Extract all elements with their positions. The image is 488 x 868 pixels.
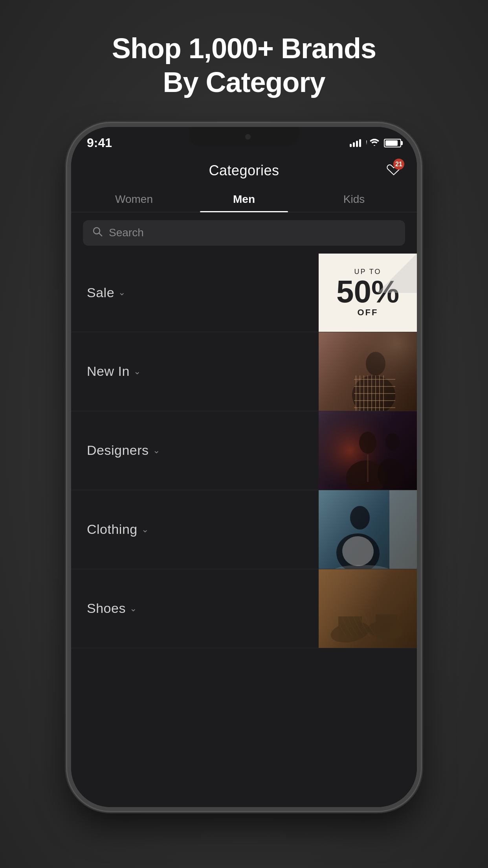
app-header: Categories 21 [71, 154, 417, 187]
chevron-down-icon-new-in: ⌄ [134, 366, 141, 377]
camera-dot [245, 134, 251, 140]
chevron-down-icon-clothing: ⌄ [141, 524, 149, 535]
chevron-down-icon-shoes: ⌄ [130, 603, 137, 614]
category-label-shoes: Shoes ⌄ [71, 569, 319, 648]
phone-screen: 9:41 ᵎ [71, 127, 417, 807]
tab-men[interactable]: Men [189, 187, 299, 212]
wifi-icon: ᵎ [366, 138, 379, 148]
header-title: Categories [209, 162, 279, 179]
shoes-image [319, 569, 417, 648]
status-icons: ᵎ [350, 138, 401, 148]
chevron-down-icon-designers: ⌄ [153, 445, 160, 456]
chevron-down-icon: ⌄ [118, 287, 125, 298]
category-label-clothing: Clothing ⌄ [71, 490, 319, 569]
tab-women[interactable]: Women [79, 187, 189, 212]
search-placeholder: Search [109, 226, 144, 239]
battery-icon [384, 139, 401, 147]
search-box[interactable]: Search [83, 220, 405, 246]
category-name-new-in: New In [87, 364, 130, 379]
category-label-designers: Designers ⌄ [71, 411, 319, 490]
category-item-new-in[interactable]: New In ⌄ [71, 332, 417, 411]
category-item-clothing[interactable]: Clothing ⌄ [71, 490, 417, 569]
sale-image: UP TO 50% OFF [319, 254, 417, 332]
page-title: Shop 1,000+ Brands By Category [112, 31, 376, 99]
category-name-clothing: Clothing [87, 522, 138, 537]
category-name-sale: Sale [87, 285, 114, 300]
category-label-new-in: New In ⌄ [71, 332, 319, 411]
designers-image [319, 411, 417, 490]
status-time: 9:41 [87, 136, 112, 150]
notch [189, 127, 299, 147]
wishlist-button[interactable]: 21 [386, 162, 401, 179]
sale-off-text: OFF [358, 307, 378, 318]
category-name-designers: Designers [87, 443, 149, 458]
search-container: Search [71, 212, 417, 254]
category-item-shoes[interactable]: Shoes ⌄ [71, 569, 417, 648]
new-in-image [319, 332, 417, 411]
svg-line-1 [99, 233, 102, 236]
app-content: Categories 21 Women Men [71, 154, 417, 807]
wishlist-badge: 21 [393, 158, 404, 169]
tab-kids[interactable]: Kids [299, 187, 409, 212]
category-item-designers[interactable]: Designers ⌄ [71, 411, 417, 490]
signal-bars-icon [350, 139, 361, 147]
category-label-sale: Sale ⌄ [71, 254, 319, 332]
clothing-image [319, 490, 417, 569]
search-icon [92, 226, 103, 239]
category-name-shoes: Shoes [87, 601, 126, 616]
tabs-bar: Women Men Kids [71, 187, 417, 212]
categories-list: Sale ⌄ UP TO 50% OFF [71, 254, 417, 807]
phone-shell: 9:41 ᵎ [67, 123, 421, 811]
category-item-sale[interactable]: Sale ⌄ UP TO 50% OFF [71, 254, 417, 332]
